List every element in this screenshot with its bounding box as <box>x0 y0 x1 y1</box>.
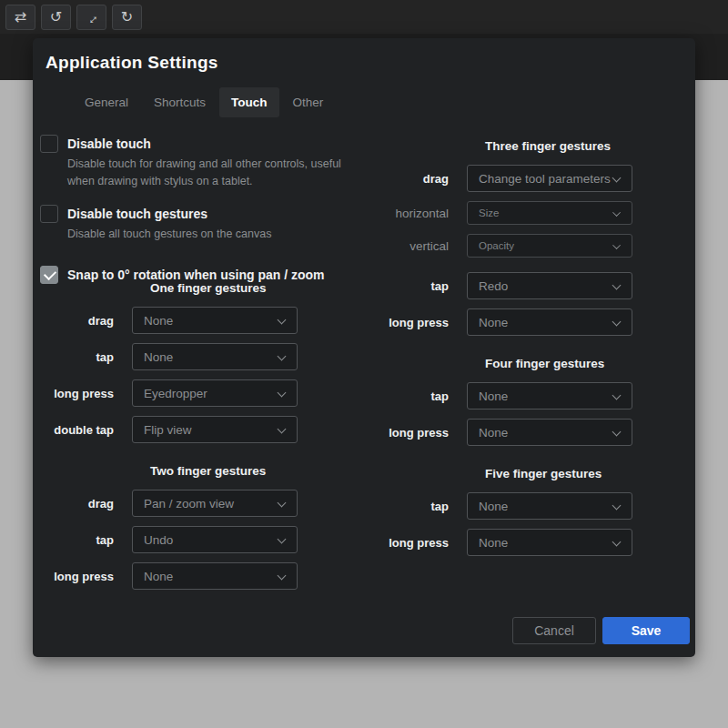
one-finger-tap-select[interactable]: None <box>132 343 298 370</box>
two-finger-tap-label: tap <box>33 533 132 547</box>
select-value: Change tool parameters <box>479 172 611 186</box>
one-finger-long-press-label: long press <box>33 387 132 400</box>
chevron-down-icon <box>613 392 621 399</box>
chevron-down-icon <box>613 502 621 510</box>
gestures-column-left: One finger gestures drag None tap None <box>33 281 351 599</box>
swap-horizontal-icon: ⇄ <box>15 10 26 25</box>
five-finger-long-press-label: long press <box>382 536 467 550</box>
chevron-down-icon <box>278 389 286 397</box>
three-finger-drag-select[interactable]: Change tool parameters <box>467 165 632 192</box>
one-finger-drag-label: drag <box>33 314 132 328</box>
tab-other[interactable]: Other <box>281 87 336 117</box>
five-finger-long-press-select[interactable]: None <box>467 529 632 556</box>
select-value: None <box>479 536 508 550</box>
rotate-ccw-icon: ↺ <box>50 10 62 25</box>
two-finger-gestures-title: Two finger gestures <box>150 464 351 479</box>
three-finger-drag-label: drag <box>382 172 467 186</box>
select-value: None <box>479 500 508 513</box>
tab-shortcuts[interactable]: Shortcuts <box>142 87 217 117</box>
expand-diagonal-icon: ↔ <box>82 7 101 26</box>
select-value: None <box>144 570 173 583</box>
select-value: Undo <box>144 533 173 547</box>
three-finger-tap-select[interactable]: Redo <box>467 272 632 299</box>
four-finger-tap-label: tap <box>382 389 467 403</box>
two-finger-long-press-select[interactable]: None <box>132 562 298 590</box>
save-button[interactable]: Save <box>602 617 690 644</box>
chevron-down-icon <box>278 426 286 433</box>
disable-touch-checkbox[interactable] <box>40 135 58 153</box>
chevron-down-icon <box>278 317 286 324</box>
disable-touch-description: Disable touch for drawing and all other … <box>67 156 353 191</box>
three-finger-long-press-label: long press <box>382 316 467 329</box>
touch-options: Disable touch Disable touch for drawing … <box>40 135 349 284</box>
one-finger-gestures-title: One finger gestures <box>150 281 351 296</box>
one-finger-gestures-section: One finger gestures drag None tap None <box>33 281 351 443</box>
rotate-ccw-button[interactable]: ↺ <box>41 5 71 30</box>
application-settings-dialog: Application Settings General Shortcuts T… <box>33 38 695 657</box>
select-value: Eyedropper <box>144 387 207 400</box>
swap-horizontal-button[interactable]: ⇄ <box>5 5 35 30</box>
two-finger-drag-label: drag <box>33 497 132 511</box>
select-value: Flip view <box>144 423 192 437</box>
chevron-down-icon <box>613 282 621 289</box>
disable-touch-label: Disable touch <box>67 135 151 153</box>
three-finger-horizontal-label: horizontal <box>382 207 467 220</box>
two-finger-gestures-section: Two finger gestures drag Pan / zoom view… <box>33 464 351 590</box>
three-finger-horizontal-select[interactable]: Size <box>467 201 632 225</box>
four-finger-long-press-select[interactable]: None <box>467 419 632 446</box>
three-finger-long-press-select[interactable]: None <box>467 308 632 336</box>
select-value: None <box>144 350 173 364</box>
view-toolbar: ⇄ ↺ ↔ ↻ <box>5 5 142 30</box>
select-value: None <box>479 426 508 440</box>
rotate-cw-button[interactable]: ↻ <box>112 5 142 30</box>
select-value: Redo <box>479 279 508 293</box>
one-finger-tap-label: tap <box>33 350 132 364</box>
disable-touch-gestures-label: Disable touch gestures <box>67 205 207 223</box>
select-value: None <box>144 314 173 328</box>
chevron-down-icon <box>613 539 621 546</box>
select-value: Opacity <box>479 240 514 251</box>
one-finger-long-press-select[interactable]: Eyedropper <box>132 379 298 407</box>
two-finger-drag-select[interactable]: Pan / zoom view <box>132 490 298 517</box>
tab-touch[interactable]: Touch <box>219 87 279 117</box>
three-finger-gestures-section: Three finger gestures drag Change tool p… <box>382 139 655 336</box>
four-finger-gestures-title: Four finger gestures <box>485 357 655 371</box>
chevron-down-icon <box>278 353 286 360</box>
one-finger-drag-select[interactable]: None <box>132 307 298 334</box>
chevron-down-icon <box>613 318 621 326</box>
three-finger-vertical-select[interactable]: Opacity <box>467 234 632 258</box>
three-finger-tap-label: tap <box>382 279 467 293</box>
four-finger-long-press-label: long press <box>382 426 467 440</box>
chevron-down-icon <box>278 572 286 580</box>
two-finger-tap-select[interactable]: Undo <box>132 526 298 553</box>
three-finger-gestures-title: Three finger gestures <box>485 139 655 154</box>
cancel-button[interactable]: Cancel <box>512 617 596 644</box>
disable-touch-row: Disable touch <box>40 135 349 153</box>
five-finger-tap-select[interactable]: None <box>467 492 632 520</box>
one-finger-double-tap-label: double tap <box>33 423 132 437</box>
five-finger-tap-label: tap <box>382 500 467 513</box>
select-value: None <box>479 316 508 329</box>
expand-diagonal-button[interactable]: ↔ <box>76 5 106 30</box>
settings-tabs: General Shortcuts Touch Other <box>73 87 337 117</box>
app-canvas: ⇄ ↺ ↔ ↻ Application Settings General Sho… <box>0 0 728 728</box>
chevron-down-icon <box>278 500 286 507</box>
chevron-down-icon <box>613 209 620 216</box>
two-finger-long-press-label: long press <box>33 570 132 583</box>
chevron-down-icon <box>613 175 621 182</box>
select-value: None <box>479 389 508 403</box>
page-title: Application Settings <box>46 53 218 73</box>
four-finger-tap-select[interactable]: None <box>467 382 632 410</box>
one-finger-double-tap-select[interactable]: Flip view <box>132 416 298 443</box>
five-finger-gestures-title: Five finger gestures <box>485 467 655 481</box>
chevron-down-icon <box>613 242 620 248</box>
select-value: Size <box>479 207 499 218</box>
four-finger-gestures-section: Four finger gestures tap None long press… <box>382 357 655 446</box>
dialog-footer: Cancel Save <box>512 617 690 644</box>
gestures-column-right: Three finger gestures drag Change tool p… <box>382 139 655 565</box>
disable-touch-gestures-checkbox[interactable] <box>40 205 58 223</box>
chevron-down-icon <box>613 429 621 436</box>
select-value: Pan / zoom view <box>144 497 234 511</box>
chevron-down-icon <box>278 536 286 543</box>
tab-general[interactable]: General <box>73 87 140 117</box>
